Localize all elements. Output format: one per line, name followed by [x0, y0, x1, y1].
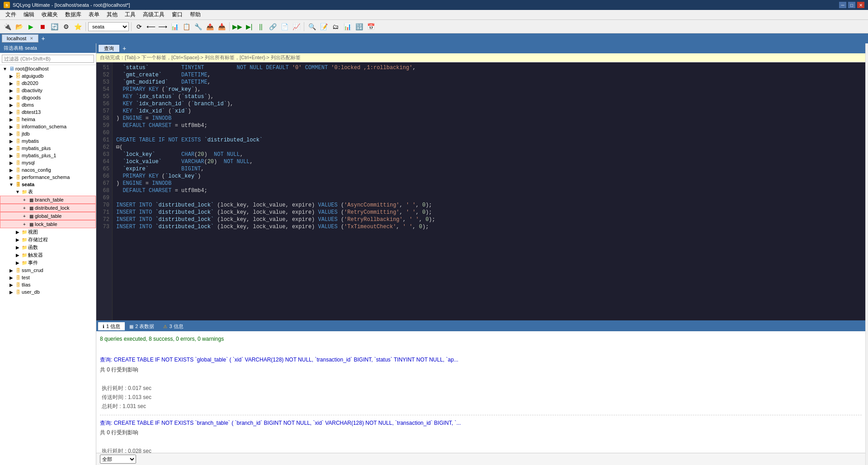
tree-item-test[interactable]: ▶ 🗄 test: [0, 274, 96, 281]
tree-item-tables-folder[interactable]: ▼ 📁 表: [0, 188, 96, 196]
run-btn[interactable]: ▶: [25, 22, 36, 32]
tree-item-ssm-crud[interactable]: ▶ 🗄 ssm_crud: [0, 267, 96, 274]
tb-btn-3[interactable]: ⟶: [157, 22, 168, 32]
tb-green-2[interactable]: ▶|: [244, 22, 255, 32]
query-tab-main[interactable]: 查询: [98, 44, 120, 52]
tree-label-mysql: mysql: [22, 160, 35, 165]
refresh-btn[interactable]: 🔄: [49, 22, 60, 32]
expand-icon: ▶: [8, 139, 14, 144]
maximize-button[interactable]: □: [848, 2, 855, 8]
folder-icon: 📁: [21, 260, 28, 266]
tree-item-global-table[interactable]: + ▦ global_table: [0, 212, 96, 220]
bottom-tab-info[interactable]: ℹ 1 信息: [98, 322, 125, 330]
tree-item-atguigudb[interactable]: ▶ 🗄 atguigudb: [0, 72, 96, 80]
expand-icon: ▶: [14, 260, 21, 265]
tree-item-views-folder[interactable]: ▶ 📁 视图: [0, 228, 96, 236]
tb-misc-1[interactable]: 🔍: [307, 22, 317, 32]
table-icon: ▦: [28, 197, 35, 203]
tree-item-branch-table[interactable]: + ▦ branch_table: [0, 196, 96, 204]
star-btn[interactable]: ⭐: [72, 22, 83, 32]
tb-misc-3[interactable]: 🗂: [330, 22, 341, 32]
sql-editor[interactable]: 5152535455 5657585960 6162636465 6667686…: [96, 62, 865, 320]
result-filter-dropdown[interactable]: 全部: [100, 455, 136, 464]
menu-tools[interactable]: 工具: [121, 10, 139, 19]
tree-item-dbms[interactable]: ▶ 🗄 dbms: [0, 101, 96, 108]
tb-connect[interactable]: 🔗: [267, 22, 278, 32]
tree-item-triggers-folder[interactable]: ▶ 📁 触发器: [0, 251, 96, 259]
bottom-tab-info2[interactable]: ⚠ 3 信息: [159, 322, 188, 330]
code-content[interactable]: `status` TINYINT NOT NULL DEFAULT '0' CO…: [113, 62, 865, 320]
tree-item-user-db[interactable]: ▶ 🗄 user_db: [0, 288, 96, 296]
tree-label-global-table: global_table: [35, 213, 61, 219]
bottom-tab-tabledata[interactable]: ▦ 2 表数据: [125, 322, 159, 330]
tree-item-dbtest13[interactable]: ▶ 🗄 dbtest13: [0, 108, 96, 116]
tb-misc-4[interactable]: 📊: [342, 22, 353, 32]
query-line-2: 查询: CREATE TABLE IF NOT EXISTS `branch_t…: [100, 419, 862, 427]
expand-icon: ▶: [8, 268, 14, 273]
tb-misc-6[interactable]: 📅: [365, 22, 376, 32]
tree-area: ▼ 🖥 root@localhost ▶ 🗄 atguigudb ▶ 🗄 db2…: [0, 65, 96, 465]
tree-label-events: 事件: [28, 259, 38, 266]
new-connection-btn[interactable]: 🔌: [2, 22, 13, 32]
tree-item-mybatis[interactable]: ▶ 🗄 mybatis: [0, 137, 96, 145]
tb-data-1[interactable]: 📄: [279, 22, 290, 32]
menu-advanced-tools[interactable]: 高级工具: [139, 10, 168, 19]
close-button[interactable]: ✕: [857, 2, 864, 8]
tb-btn-4[interactable]: 📊: [169, 22, 180, 32]
tree-item-jtdb[interactable]: ▶ 🗄 jtdb: [0, 130, 96, 137]
tree-item-mybatis-plus[interactable]: ▶ 🗄 mybatis_plus: [0, 145, 96, 152]
tree-item-seata[interactable]: ▼ 🗄 seata: [0, 181, 96, 188]
tb-misc-5[interactable]: 🔢: [354, 22, 364, 32]
tree-item-mysql[interactable]: ▶ 🗄 mysql: [0, 159, 96, 166]
menu-file[interactable]: 文件: [2, 10, 20, 19]
tree-item-tlias[interactable]: ▶ 🗄 tlias: [0, 281, 96, 288]
right-resize-handle[interactable]: [865, 43, 868, 465]
tree-item-db2020[interactable]: ▶ 🗄 db2020: [0, 80, 96, 87]
query-tab-bar: 查询 +: [96, 43, 865, 53]
open-btn[interactable]: 📂: [14, 22, 24, 32]
add-connection-button[interactable]: +: [38, 35, 47, 42]
connection-tab-localhost[interactable]: localhost ✕: [2, 34, 38, 42]
tree-item-mybatis-plus-1[interactable]: ▶ 🗄 mybatis_plus_1: [0, 152, 96, 159]
tree-item-performance-schema[interactable]: ▶ 🗄 performance_schema: [0, 174, 96, 181]
tree-item-dbactivity[interactable]: ▶ 🗄 dbactivity: [0, 87, 96, 94]
expand-icon: ▼: [14, 189, 21, 194]
menu-window[interactable]: 窗口: [168, 10, 186, 19]
tree-item-events-folder[interactable]: ▶ 📁 事件: [0, 259, 96, 267]
stop-btn[interactable]: ⏹: [37, 22, 48, 32]
menu-edit[interactable]: 编辑: [20, 10, 38, 19]
tree-item-heima[interactable]: ▶ 🗄 heima: [0, 116, 96, 123]
tree-item-distributed-lock[interactable]: + ▦ distributed_lock: [0, 204, 96, 212]
tree-item-functions-folder[interactable]: ▶ 📁 函数: [0, 244, 96, 251]
detail-exec-1: 执行耗时 : 0.017 sec: [100, 384, 862, 393]
expand-icon: ▶: [8, 103, 14, 108]
database-selector[interactable]: seata: [88, 22, 129, 31]
tb-btn-5[interactable]: 📋: [181, 22, 192, 32]
tb-btn-7[interactable]: 📤: [204, 22, 215, 32]
config-btn[interactable]: ⚙: [61, 22, 71, 32]
tb-btn-1[interactable]: ⟳: [134, 22, 145, 32]
tb-green-3[interactable]: ||: [255, 22, 266, 32]
tb-btn-6[interactable]: 🔧: [193, 22, 203, 32]
tree-item-dbgoods[interactable]: ▶ 🗄 dbgoods: [0, 94, 96, 101]
tb-misc-2[interactable]: 📝: [318, 22, 329, 32]
tb-green-1[interactable]: ▶▶: [232, 22, 243, 32]
tb-data-2[interactable]: 📈: [291, 22, 302, 32]
minimize-button[interactable]: ─: [839, 2, 846, 8]
tree-item-lock-table[interactable]: + ▦ lock_table: [0, 220, 96, 228]
menu-help[interactable]: 帮助: [186, 10, 204, 19]
add-query-tab-button[interactable]: +: [120, 45, 129, 52]
tb-btn-2[interactable]: ⟵: [146, 22, 156, 32]
menu-database[interactable]: 数据库: [61, 10, 85, 19]
filter-input[interactable]: [2, 55, 94, 63]
menu-table[interactable]: 表单: [85, 10, 103, 19]
conn-tab-close[interactable]: ✕: [30, 36, 33, 41]
menu-favorites[interactable]: 收藏夹: [38, 10, 61, 19]
separator-1: [85, 22, 86, 31]
tree-item-stored-procs-folder[interactable]: ▶ 📁 存储过程: [0, 236, 96, 244]
tree-item-nacos-config[interactable]: ▶ 🗄 nacos_config: [0, 166, 96, 174]
tb-btn-8[interactable]: 📥: [216, 22, 227, 32]
tree-item-information-schema[interactable]: ▶ 🗄 information_schema: [0, 123, 96, 130]
tree-item-root[interactable]: ▼ 🖥 root@localhost: [0, 65, 96, 72]
menu-other[interactable]: 其他: [103, 10, 121, 19]
